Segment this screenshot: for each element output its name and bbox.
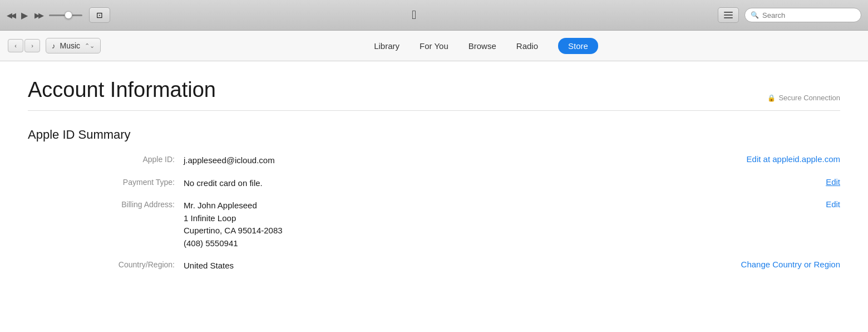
edit-payment-link[interactable]: Edit (826, 177, 840, 187)
volume-slider[interactable] (49, 14, 82, 16)
app-selector-label: Music (60, 41, 81, 50)
nav-links: Library For You Browse Radio Store (112, 38, 860, 54)
app-selector[interactable]: ♪ Music ⌃⌄ (46, 38, 101, 53)
nav-link-for-you[interactable]: For You (420, 38, 448, 53)
music-note-icon: ♪ (52, 42, 56, 50)
country-region-label: Country/Region: (28, 260, 184, 269)
navbar: ‹ › ♪ Music ⌃⌄ Library For You Browse Ra… (0, 31, 868, 61)
apple-id-value: j.appleseed@icloud.com (184, 154, 651, 167)
secure-connection-label: Secure Connection (778, 94, 840, 102)
edit-billing-link[interactable]: Edit (826, 199, 840, 209)
apple-logo-area:  (110, 8, 718, 22)
apple-id-action: Edit at appleid.apple.com (651, 154, 840, 164)
nav-link-radio[interactable]: Radio (516, 38, 538, 53)
rewind-button[interactable] (7, 11, 14, 19)
search-icon: 🔍 (751, 11, 759, 19)
apple-id-row: Apple ID: j.appleseed@icloud.com Edit at… (28, 154, 840, 167)
payment-type-value: No credit card on file. (184, 177, 651, 190)
forward-button[interactable]: › (24, 39, 40, 52)
billing-address-action: Edit (651, 199, 840, 209)
forward-arrow-icon: › (31, 42, 33, 49)
change-country-link[interactable]: Change Country or Region (741, 260, 840, 269)
titlebar-right: 🔍 (718, 7, 861, 23)
transport-controls: ⊡ (7, 7, 110, 23)
secure-connection: 🔒 Secure Connection (767, 94, 840, 102)
nav-link-browse[interactable]: Browse (468, 38, 496, 53)
payment-type-action: Edit (651, 177, 840, 187)
page-title: Account Information (28, 78, 216, 102)
apple-id-label: Apple ID: (28, 154, 184, 164)
billing-address-row: Billing Address: Mr. John Appleseed 1 In… (28, 199, 840, 250)
section-title: Apple ID Summary (28, 128, 840, 142)
nav-link-store[interactable]: Store (558, 38, 598, 54)
nav-back-fwd: ‹ › (8, 39, 40, 52)
titlebar: ⊡  🔍 (0, 0, 868, 31)
back-button[interactable]: ‹ (8, 39, 23, 52)
country-region-value: United States (184, 260, 651, 272)
play-button[interactable] (21, 10, 28, 21)
menu-button[interactable] (718, 7, 739, 23)
payment-type-label: Payment Type: (28, 177, 184, 187)
payment-type-row: Payment Type: No credit card on file. Ed… (28, 177, 840, 190)
info-table: Apple ID: j.appleseed@icloud.com Edit at… (28, 154, 840, 272)
search-input[interactable] (762, 11, 856, 19)
chevron-updown-icon: ⌃⌄ (85, 42, 95, 50)
airplay-button[interactable]: ⊡ (89, 7, 110, 23)
lock-icon: 🔒 (767, 94, 776, 102)
fast-forward-button[interactable] (34, 11, 42, 19)
back-arrow-icon: ‹ (14, 42, 17, 49)
country-region-action: Change Country or Region (651, 260, 840, 269)
volume-track (49, 14, 82, 16)
billing-address-label: Billing Address: (28, 199, 184, 209)
country-region-row: Country/Region: United States Change Cou… (28, 260, 840, 272)
edit-appleid-link[interactable]: Edit at appleid.apple.com (747, 154, 840, 164)
page-title-row: Account Information 🔒 Secure Connection (28, 78, 840, 111)
volume-knob (65, 11, 72, 19)
menu-lines-icon (724, 12, 733, 18)
search-box[interactable]: 🔍 (744, 8, 861, 22)
airplay-icon: ⊡ (96, 11, 103, 19)
nav-link-library[interactable]: Library (374, 38, 400, 53)
apple-logo:  (412, 8, 416, 22)
main-content: Account Information 🔒 Secure Connection … (0, 61, 868, 332)
apple-id-summary-section: Apple ID Summary Apple ID: j.appleseed@i… (28, 128, 840, 272)
billing-address-value: Mr. John Appleseed 1 Infinite Loop Cuper… (184, 199, 651, 250)
